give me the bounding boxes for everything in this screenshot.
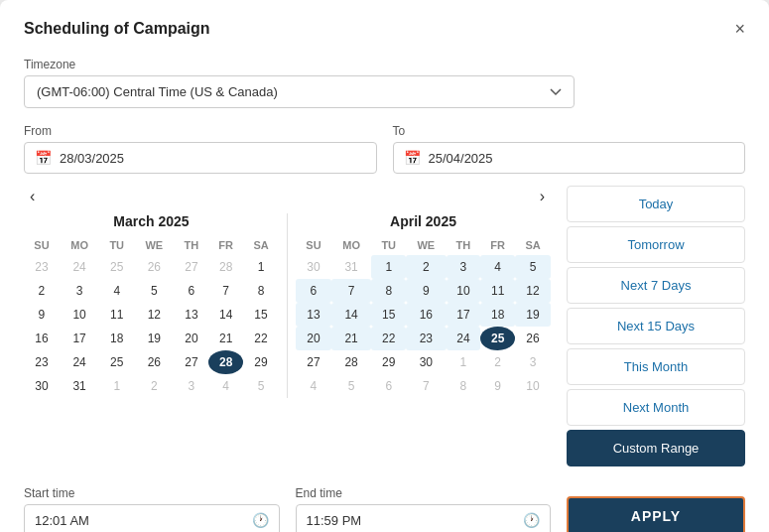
calendar-day[interactable]: 1 [371,255,406,279]
calendar-day[interactable]: 27 [296,350,331,374]
calendar-day[interactable]: 9 [406,279,446,303]
calendar-day[interactable]: 15 [243,303,279,327]
calendar-day[interactable]: 25 [99,350,134,374]
calendar-day[interactable]: 29 [243,350,279,374]
calendar-day[interactable]: 7 [406,374,446,398]
calendar-day[interactable]: 24 [447,327,481,350]
calendar-day[interactable]: 7 [331,279,371,303]
calendar-day[interactable]: 17 [447,303,481,327]
calendar-day[interactable]: 2 [406,255,446,279]
calendar-day[interactable]: 6 [175,279,209,303]
calendar-day[interactable]: 9 [480,374,515,398]
start-time-input[interactable]: 12:01 AM 🕐 [24,504,280,532]
calendar-day[interactable]: 8 [371,279,406,303]
calendar-day[interactable]: 27 [175,350,209,374]
to-input[interactable]: 📅 25/04/2025 [393,142,746,174]
calendar-day[interactable]: 20 [296,327,331,350]
calendar-day[interactable]: 15 [371,303,406,327]
apply-button[interactable]: APPLY [567,496,745,532]
calendar-day[interactable]: 23 [24,255,60,279]
calendar-day[interactable]: 31 [60,374,99,398]
calendar-day[interactable]: 3 [515,350,551,374]
calendar-day[interactable]: 12 [134,303,174,327]
calendar-day[interactable]: 13 [296,303,331,327]
calendar-day[interactable]: 24 [60,255,99,279]
range-button[interactable]: This Month [567,348,745,385]
calendar-day[interactable]: 21 [331,327,371,350]
calendar-day[interactable]: 23 [24,350,60,374]
calendar-day[interactable]: 27 [175,255,209,279]
calendar-day[interactable]: 1 [99,374,134,398]
calendar-day[interactable]: 25 [480,327,515,350]
calendar-day[interactable]: 8 [243,279,279,303]
calendar-day[interactable]: 1 [243,255,279,279]
timezone-select[interactable]: (GMT-06:00) Central Time (US & Canada) [24,75,575,108]
calendar-day[interactable]: 29 [371,350,406,374]
calendar-day[interactable]: 26 [134,350,174,374]
calendar-day[interactable]: 18 [480,303,515,327]
calendar-day[interactable]: 19 [515,303,551,327]
calendar-day[interactable]: 8 [447,374,481,398]
calendar-day[interactable]: 21 [208,327,243,350]
calendar-day[interactable]: 10 [447,279,481,303]
calendar-day[interactable]: 5 [243,374,279,398]
calendar-day[interactable]: 25 [99,255,134,279]
calendar-day[interactable]: 7 [208,279,243,303]
calendar-day[interactable]: 11 [99,303,134,327]
calendar-day[interactable]: 2 [24,279,60,303]
calendar-day[interactable]: 4 [99,279,134,303]
calendar-day[interactable]: 3 [175,374,209,398]
calendar-day[interactable]: 30 [406,350,446,374]
calendar-day[interactable]: 18 [99,327,134,350]
range-button[interactable]: Next 7 Days [567,267,745,304]
calendar-day[interactable]: 2 [134,374,174,398]
calendar-day[interactable]: 9 [24,303,60,327]
calendar-day[interactable]: 4 [208,374,243,398]
calendar-day[interactable]: 28 [208,255,243,279]
calendar-day[interactable]: 17 [60,327,99,350]
calendar-day[interactable]: 19 [134,327,174,350]
calendar-day[interactable]: 28 [208,350,243,374]
close-button[interactable]: × [734,20,745,38]
calendar-day[interactable]: 11 [480,279,515,303]
calendar-day[interactable]: 2 [480,350,515,374]
calendar-day[interactable]: 24 [60,350,99,374]
range-button[interactable]: Tomorrow [567,226,745,263]
calendar-day[interactable]: 5 [134,279,174,303]
calendar-day[interactable]: 28 [331,350,371,374]
calendar-day[interactable]: 16 [406,303,446,327]
calendar-day[interactable]: 4 [480,255,515,279]
calendar-day[interactable]: 26 [134,255,174,279]
calendar-day[interactable]: 12 [515,279,551,303]
calendar-day[interactable]: 22 [371,327,406,350]
calendar-day[interactable]: 4 [296,374,331,398]
calendar-day[interactable]: 6 [371,374,406,398]
end-time-input[interactable]: 11:59 PM 🕐 [296,504,552,532]
calendar-day[interactable]: 20 [175,327,209,350]
calendar-day[interactable]: 30 [296,255,331,279]
calendar-day[interactable]: 10 [515,374,551,398]
calendar-day[interactable]: 23 [406,327,446,350]
calendar-day[interactable]: 31 [331,255,371,279]
calendar-day[interactable]: 14 [208,303,243,327]
calendar-day[interactable]: 5 [515,255,551,279]
calendar-day[interactable]: 5 [331,374,371,398]
next-month-button[interactable]: › [534,186,551,207]
prev-month-button[interactable]: ‹ [24,186,41,207]
calendar-day[interactable]: 10 [60,303,99,327]
calendar-day[interactable]: 6 [296,279,331,303]
from-input[interactable]: 📅 28/03/2025 [24,142,377,174]
range-button[interactable]: Custom Range [567,430,745,466]
calendar-day[interactable]: 3 [447,255,481,279]
range-button[interactable]: Next Month [567,389,745,426]
range-button[interactable]: Next 15 Days [567,308,745,344]
calendar-day[interactable]: 3 [60,279,99,303]
calendar-day[interactable]: 13 [175,303,209,327]
calendar-day[interactable]: 14 [331,303,371,327]
calendar-day[interactable]: 1 [447,350,481,374]
calendar-day[interactable]: 22 [243,327,279,350]
range-button[interactable]: Today [567,186,745,222]
calendar-day[interactable]: 30 [24,374,60,398]
calendar-day[interactable]: 16 [24,327,60,350]
calendar-day[interactable]: 26 [515,327,551,350]
